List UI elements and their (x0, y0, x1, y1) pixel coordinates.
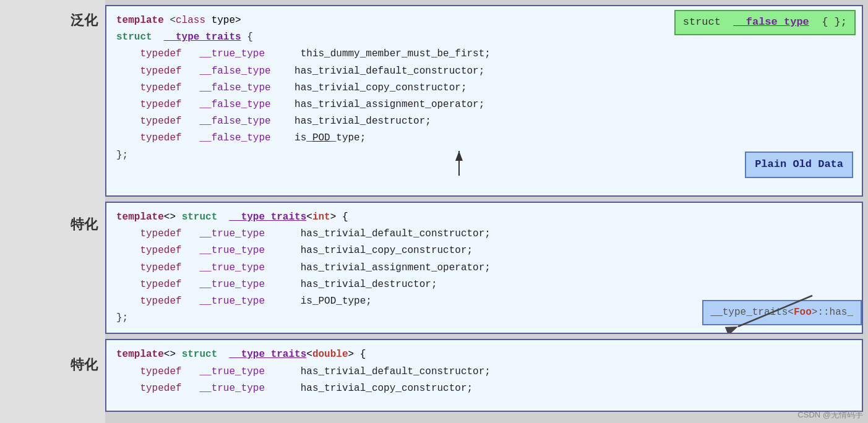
double-line-1: template<> struct __type_traits<double> … (116, 346, 852, 363)
main-container: 泛化 特化 特化 struct __false_type { }; templa… (0, 0, 868, 423)
pod-arrow (434, 147, 484, 178)
false-type-highlight: struct __false_type { }; (674, 10, 856, 35)
left-labels: 泛化 特化 特化 (0, 0, 105, 423)
code-line-8: typedef __false_type is_POD_type; (116, 130, 852, 147)
int-line-3: typedef __true_type has_trivial_copy_con… (116, 242, 852, 259)
int-line-4: typedef __true_type has_trivial_assignme… (116, 260, 852, 276)
int-line-2: typedef __true_type has_trivial_default_… (116, 226, 852, 242)
code-block-double: template<> struct __type_traits<double> … (105, 339, 863, 412)
watermark: CSDN @无情码手 (797, 409, 863, 421)
double-line-3: typedef __true_type has_trivial_copy_con… (116, 380, 852, 397)
pod-label: Plain Old Data (745, 152, 853, 178)
content-area: struct __false_type { }; template <class… (105, 0, 868, 423)
int-line-1: template<> struct __type_traits<int> { (116, 209, 852, 226)
code-block-generic: struct __false_type { }; template <class… (105, 5, 863, 197)
code-line-4: typedef __false_type has_trivial_default… (116, 63, 852, 80)
label-fanhua: 泛化 (0, 0, 105, 204)
code-line-9: }; (116, 147, 852, 164)
code-line-6: typedef __false_type has_trivial_assignm… (116, 96, 852, 113)
label-tehua1: 特化 (0, 204, 105, 344)
code-line-3: typedef __true_type this_dummy_member_mu… (116, 46, 852, 62)
svg-line-3 (738, 296, 812, 327)
label-tehua2: 特化 (0, 344, 105, 423)
double-line-2: typedef __true_type has_trivial_default_… (116, 364, 852, 380)
traits-arrow (676, 283, 862, 333)
code-line-5: typedef __false_type has_trivial_copy_co… (116, 80, 852, 96)
code-line-7: typedef __false_type has_trivial_destruc… (116, 113, 852, 130)
code-block-int: template<> struct __type_traits<int> { t… (105, 202, 863, 334)
